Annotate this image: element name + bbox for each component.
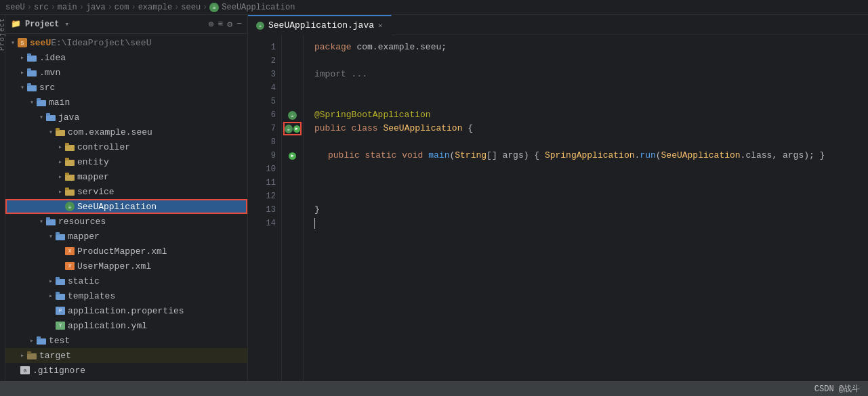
java-file-icon: ☕: [209, 3, 219, 12]
tree-item-mvn[interactable]: .mvn: [5, 65, 247, 80]
code-line-11: [314, 176, 868, 190]
tree-item-src[interactable]: src: [5, 80, 247, 95]
svg-rect-25: [56, 277, 60, 280]
run-icon-line9[interactable]: ▶: [289, 152, 296, 160]
svg-rect-2: [27, 70, 37, 76]
breadcrumb-part[interactable]: com: [115, 3, 129, 12]
settings-icon[interactable]: ⚙: [227, 19, 232, 30]
run-icon-gutter[interactable]: ▶: [293, 125, 300, 133]
sidebar: 📁 Project ▾ ⊕ ≡ ⚙ − S seeU E:\IdeaProjec…: [5, 15, 248, 381]
tree-arrow: [27, 98, 37, 106]
svg-rect-22: [56, 234, 65, 240]
breadcrumb-part[interactable]: seeu: [181, 3, 201, 12]
tree-arrow: [18, 53, 27, 62]
bean-run-icon[interactable]: ☕: [288, 111, 297, 120]
close-sidebar-icon[interactable]: −: [236, 19, 242, 29]
breadcrumb-part[interactable]: example: [138, 3, 172, 12]
line-num: 1: [248, 41, 276, 54]
tree-item-product-mapper[interactable]: X ProductMapper.xml: [5, 244, 247, 259]
xml-file-icon: X: [65, 262, 75, 270]
package-folder-icon: [56, 128, 65, 136]
folder-icon: [37, 336, 46, 345]
svg-rect-11: [56, 128, 60, 131]
svg-rect-16: [65, 175, 75, 181]
folder-icon: [65, 143, 75, 151]
editor-area: ☕ SeeUApplication.java ✕ 1 2 3 4 5 6 7 8…: [248, 15, 868, 381]
bean-icon-gutter[interactable]: ☕: [285, 125, 293, 133]
code-line-12: [314, 190, 868, 203]
svg-rect-26: [56, 294, 65, 300]
tree-arrow: [18, 68, 27, 76]
tree-item-user-mapper[interactable]: X UserMapper.xml: [5, 259, 247, 273]
gutter-line: [283, 95, 302, 108]
tree-arrow: [37, 113, 46, 121]
code-line-5: [314, 95, 868, 108]
svg-rect-3: [27, 68, 31, 71]
code-line-1: package com.example.seeu;: [314, 41, 868, 54]
collapse-icon[interactable]: ≡: [218, 19, 224, 29]
editor-tab-seeuapplication[interactable]: ☕ SeeUApplication.java ✕: [248, 15, 392, 35]
tree-item-java[interactable]: java: [5, 110, 247, 125]
breadcrumb-part[interactable]: main: [58, 3, 77, 12]
tree-item-mapper-resources[interactable]: mapper: [5, 229, 247, 244]
code-line-4: [314, 81, 868, 95]
tree-item-idea[interactable]: .idea: [5, 50, 247, 65]
tree-item-static[interactable]: static: [5, 273, 247, 288]
tree-item-templates[interactable]: templates: [5, 288, 247, 303]
breadcrumb-part[interactable]: java: [86, 3, 106, 12]
code-line-14: [314, 217, 868, 230]
tree-label: seeU: [30, 38, 51, 48]
tree-item-test[interactable]: test: [5, 333, 247, 348]
svg-rect-29: [37, 336, 41, 339]
gutter-line: [283, 41, 302, 54]
line-num: 2: [248, 54, 276, 68]
cursor: [314, 218, 315, 229]
tree-item-controller[interactable]: controller: [5, 139, 247, 154]
folder-icon: [46, 113, 56, 121]
sidebar-title: 📁 Project ▾: [11, 19, 69, 29]
tree-item-gitignore[interactable]: G .gitignore: [5, 363, 247, 378]
svg-rect-21: [46, 217, 50, 220]
line-num: 4: [248, 81, 276, 95]
line-num: 9: [248, 149, 276, 162]
breadcrumb-part[interactable]: seeU: [5, 3, 25, 12]
tree-label: SeeUApplication: [77, 202, 157, 212]
tree-item-main[interactable]: main: [5, 95, 247, 110]
folder-icon: [56, 232, 65, 240]
tree-label: src: [39, 83, 55, 93]
dropdown-icon[interactable]: ▾: [64, 20, 69, 28]
svg-rect-30: [27, 353, 37, 359]
folder-icon: [65, 188, 75, 196]
tab-close-button[interactable]: ✕: [378, 21, 383, 30]
tree-label: mapper: [77, 172, 109, 182]
line-num: 12: [248, 190, 276, 203]
project-stripe-label: Project: [0, 18, 6, 51]
tree-label: templates: [68, 291, 115, 301]
svg-rect-6: [37, 100, 46, 106]
tree-item-com-example-seeu[interactable]: com.example.seeu: [5, 125, 247, 139]
gutter-line: [283, 135, 302, 149]
svg-rect-12: [65, 145, 75, 151]
tree-label: .gitignore: [33, 366, 85, 376]
project-root-icon: S: [18, 38, 27, 47]
tree-item-service[interactable]: service: [5, 184, 247, 199]
code-content[interactable]: package com.example.seeu; import ... @Sp…: [304, 35, 868, 381]
tree-item-application-properties[interactable]: P application.properties: [5, 303, 247, 318]
tree-item-mapper[interactable]: mapper: [5, 169, 247, 184]
tree-label: application.properties: [68, 306, 184, 316]
tree-item-application-yaml[interactable]: Y application.yml: [5, 318, 247, 333]
svg-rect-19: [65, 188, 69, 190]
tree-item-seeu-application[interactable]: ☕ SeeUApplication: [5, 199, 247, 214]
tree-item-target[interactable]: target: [5, 348, 247, 363]
locate-icon[interactable]: ⊕: [209, 19, 214, 30]
folder-icon: [27, 53, 37, 62]
svg-rect-1: [27, 53, 31, 56]
svg-rect-0: [27, 56, 37, 62]
tree-label: com.example.seeu: [68, 127, 152, 137]
breadcrumb-part[interactable]: src: [34, 3, 49, 12]
tree-item-entity[interactable]: entity: [5, 154, 247, 169]
gutter-line: [283, 81, 302, 95]
tree-item-resources[interactable]: resources: [5, 214, 247, 229]
tree-item-seeu-root[interactable]: S seeU E:\IdeaProject\seeU: [5, 35, 247, 50]
svg-rect-18: [65, 190, 75, 196]
